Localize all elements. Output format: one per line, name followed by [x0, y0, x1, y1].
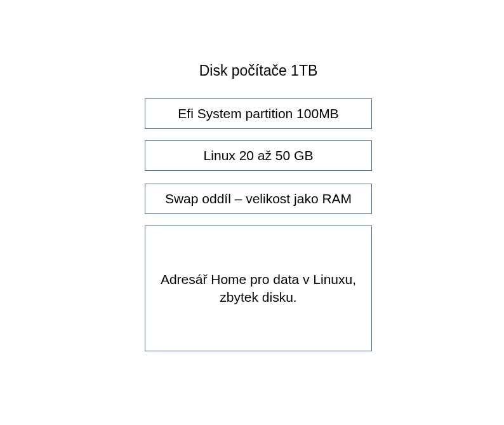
diagram-title: Disk počítače 1TB — [145, 62, 372, 79]
partition-linux: Linux 20 až 50 GB — [145, 140, 372, 171]
disk-diagram: Disk počítače 1TB Efi System partition 1… — [145, 62, 372, 351]
partition-label: Adresář Home pro data v Linuxu, zbytek d… — [152, 271, 365, 307]
partition-home: Adresář Home pro data v Linuxu, zbytek d… — [145, 226, 372, 351]
partition-efi: Efi System partition 100MB — [145, 98, 372, 129]
partition-label: Swap oddíl – velikost jako RAM — [165, 191, 352, 206]
partition-swap: Swap oddíl – velikost jako RAM — [145, 184, 372, 214]
partition-label: Linux 20 až 50 GB — [204, 148, 314, 163]
partition-label: Efi System partition 100MB — [178, 106, 338, 121]
